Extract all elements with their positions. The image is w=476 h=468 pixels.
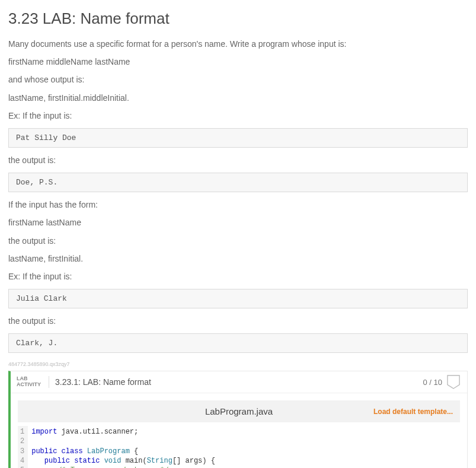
example1-label: Ex: If the input is: xyxy=(8,110,468,121)
lab-tag-line2: ACTIVITY xyxy=(17,381,41,387)
lab-score: 0 / 10 xyxy=(423,378,442,387)
example2-output-box: Clark, J. xyxy=(8,333,468,353)
lab-title: 3.23.1: LAB: Name format xyxy=(55,377,423,387)
file-bar: LabProgram.java Load default template... xyxy=(18,400,460,422)
lab-tag: LAB ACTIVITY xyxy=(17,376,49,388)
example1-output-box: Doe, P.S. xyxy=(8,173,468,192)
page-title: 3.23 LAB: Name format xyxy=(8,9,468,28)
and-output-text: and whose output is: xyxy=(8,74,468,85)
output-format-text: lastName, firstInitial.middleInitial. xyxy=(8,93,468,103)
lab-header: LAB ACTIVITY 3.23.1: LAB: Name format 0 … xyxy=(11,371,467,393)
load-default-template-link[interactable]: Load default template... xyxy=(373,407,453,416)
code-lines[interactable]: import java.util.scanner; public class L… xyxy=(28,426,219,468)
score-shield-icon xyxy=(447,375,460,389)
code-editor[interactable]: 1 2 3 4 5 6 7 8 import java.util.scanner… xyxy=(18,426,460,468)
resource-id: 484772.3485890.qx3zqy7 xyxy=(8,361,468,367)
lab-activity-panel: LAB ACTIVITY 3.23.1: LAB: Name format 0 … xyxy=(8,371,468,468)
output-is-label-3: the output is: xyxy=(8,316,468,326)
example2-input-box: Julia Clark xyxy=(8,289,468,308)
input-format-text: firstName middleName lastName xyxy=(8,56,468,67)
if-input-form-text: If the input has the form: xyxy=(8,199,468,210)
filename-label: LabProgram.java xyxy=(205,406,273,416)
intro-text: Many documents use a specific format for… xyxy=(8,39,468,49)
input-format2-text: firstName lastName xyxy=(8,217,468,228)
code-gutter: 1 2 3 4 5 6 7 8 xyxy=(18,426,28,468)
output-format2-text: lastName, firstInitial. xyxy=(8,253,468,264)
lab-tag-line1: LAB xyxy=(17,375,28,381)
output-is-label-1: the output is: xyxy=(8,155,468,165)
example1-input-box: Pat Silly Doe xyxy=(8,128,468,148)
lab-body: LabProgram.java Load default template...… xyxy=(11,393,467,468)
example2-label: Ex: If the input is: xyxy=(8,271,468,282)
output-is-label-2: the output is: xyxy=(8,235,468,246)
